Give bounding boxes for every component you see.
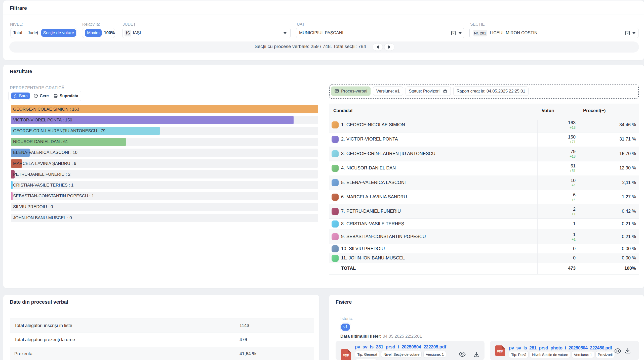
svg-text:PDF: PDF [497, 350, 503, 353]
svg-text:PDF: PDF [343, 353, 349, 357]
